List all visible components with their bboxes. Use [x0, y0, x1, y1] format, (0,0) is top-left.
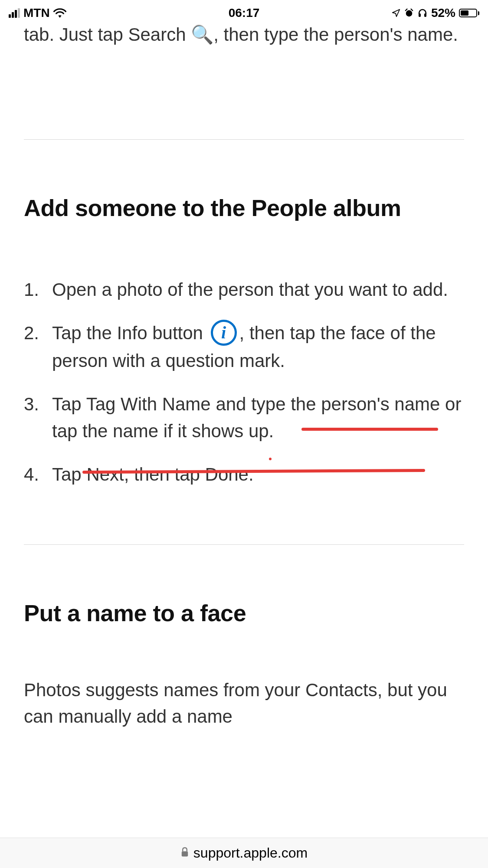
steps-list: 1. Open a photo of the person that you w… [24, 276, 464, 488]
svg-rect-2 [424, 13, 426, 17]
info-icon: i [211, 320, 237, 346]
partial-paragraph-top: tab. Just tap Search 🔍, then type the pe… [24, 22, 464, 48]
location-icon [391, 8, 401, 18]
annotation-dot [269, 458, 272, 460]
battery-percent: 52% [431, 6, 455, 20]
wifi-icon [53, 8, 66, 18]
battery-icon [459, 9, 479, 17]
section-divider [24, 139, 464, 140]
svg-rect-3 [182, 852, 188, 857]
status-time: 06:17 [229, 6, 260, 20]
step-item-3: 3. Tap Tag With Name and type the person… [24, 391, 464, 445]
step-number: 2. [24, 320, 52, 374]
svg-rect-1 [419, 13, 421, 17]
alarm-icon [404, 8, 414, 18]
lock-icon [180, 845, 193, 861]
step-text: Tap Next, then tap Done. [52, 461, 464, 488]
svg-point-0 [406, 10, 413, 17]
status-left: MTN [9, 6, 66, 20]
section-heading-add-people: Add someone to the People album [24, 194, 464, 222]
step-item-1: 1. Open a photo of the person that you w… [24, 276, 464, 303]
step-number: 1. [24, 276, 52, 303]
step-number: 3. [24, 391, 52, 445]
body-paragraph: Photos suggests names from your Contacts… [24, 677, 464, 730]
browser-url-bar[interactable]: support.apple.com [0, 838, 488, 868]
status-right: 52% [391, 6, 479, 20]
step-text: Tap Tag With Name and type the person's … [52, 391, 464, 445]
step-number: 4. [24, 461, 52, 488]
step-item-2: 2. Tap the Info button i, then tap the f… [24, 320, 464, 374]
section-heading-name-face: Put a name to a face [24, 599, 464, 627]
signal-icon [9, 8, 20, 18]
step-item-4: 4. Tap Next, then tap Done. [24, 461, 464, 488]
article-content[interactable]: tab. Just tap Search 🔍, then type the pe… [0, 22, 488, 730]
step-text: Open a photo of the person that you want… [52, 276, 464, 303]
step-text: Tap the Info button i, then tap the face… [52, 320, 464, 374]
annotation-underline [301, 428, 438, 431]
section-divider [24, 544, 464, 545]
carrier-label: MTN [23, 6, 50, 20]
url-domain: support.apple.com [193, 845, 308, 861]
headphones-icon [417, 8, 428, 18]
